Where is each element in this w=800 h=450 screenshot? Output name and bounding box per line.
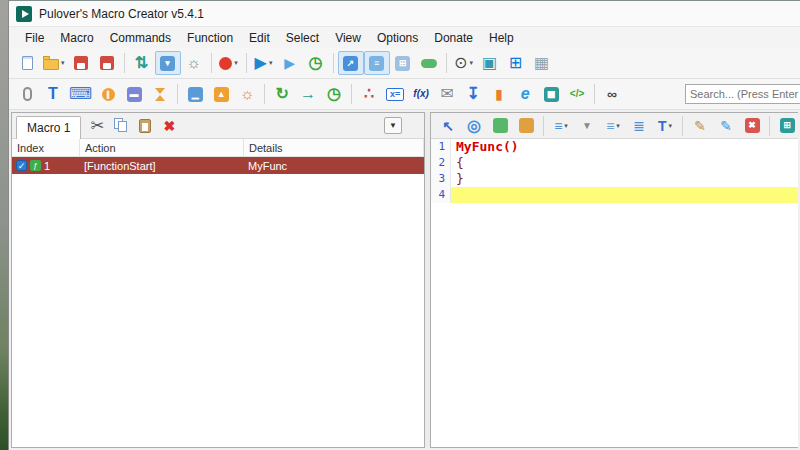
copy-row-icon[interactable]: [109, 114, 133, 138]
view-options-icon[interactable]: ≡▾: [600, 114, 626, 138]
text-command-icon[interactable]: T: [40, 82, 66, 106]
code-editor[interactable]: 1MyFunc()2{3}4: [431, 139, 798, 447]
dropdown-arrow-icon[interactable]: ▾: [616, 122, 620, 130]
toolbar-separator: [124, 53, 125, 73]
dropdown-arrow-icon[interactable]: ▾: [234, 59, 238, 67]
window-spy-icon[interactable]: ⊞: [390, 51, 416, 75]
tab-macro-1[interactable]: Macro 1: [16, 116, 81, 140]
play-timer-button[interactable]: ◷: [303, 51, 329, 75]
line-options-icon[interactable]: ≡▾: [548, 114, 574, 138]
loop-command-icon[interactable]: ↻: [269, 82, 295, 106]
editor-line[interactable]: 1MyFunc(): [431, 139, 798, 155]
icon-shape: ☼: [186, 55, 201, 71]
open-file-icon[interactable]: ▾: [40, 51, 68, 75]
line-number: 3: [431, 171, 451, 187]
search-input[interactable]: [685, 84, 800, 104]
cursor-mode-icon[interactable]: ↖: [435, 114, 461, 138]
export-code-icon[interactable]: ⊞: [774, 114, 798, 138]
variable-command-icon[interactable]: x=: [382, 82, 408, 106]
menu-commands[interactable]: Commands: [102, 28, 179, 48]
icon-shape: ▲: [214, 87, 229, 102]
preferences-gear-icon[interactable]: ☼: [181, 51, 207, 75]
toolbar-separator: [446, 53, 447, 73]
tab-list-dropdown-button[interactable]: ▼: [384, 117, 402, 134]
edit-code-icon[interactable]: ✎: [687, 114, 713, 138]
mouse-command-icon[interactable]: [14, 82, 40, 106]
comment-icon[interactable]: [487, 114, 513, 138]
dropdown-arrow-icon[interactable]: ▾: [61, 59, 65, 67]
open-in-editor-icon[interactable]: ✎: [713, 114, 739, 138]
menu-macro[interactable]: Macro: [52, 28, 101, 48]
code-command-icon[interactable]: </>: [564, 82, 590, 106]
menu-options[interactable]: Options: [369, 28, 426, 48]
column-header-action[interactable]: Action: [80, 139, 244, 156]
code-text: MyFunc(): [451, 139, 798, 155]
menu-help[interactable]: Help: [481, 28, 522, 48]
email-command-icon[interactable]: ✉: [434, 82, 460, 106]
icon-shape: ≡: [606, 119, 614, 133]
resume-pill-icon[interactable]: [416, 51, 442, 75]
wait-command-icon[interactable]: [147, 82, 173, 106]
menu-file[interactable]: File: [17, 28, 52, 48]
commands-toolbar: T⌨∥▬▁▲☼↻→◷∴x=f(x)✉↧▮e▦</>∞: [9, 79, 800, 110]
remote-desktops-icon[interactable]: ▣: [477, 51, 503, 75]
font-style-icon[interactable]: T▾: [652, 114, 678, 138]
shutdown-button[interactable]: ⊙▾: [451, 51, 477, 75]
pause-command-icon[interactable]: ∥: [95, 82, 121, 106]
download-command-icon[interactable]: ↧: [460, 82, 486, 106]
goto-command-icon[interactable]: →: [295, 82, 321, 106]
play-button[interactable]: ▶▾: [251, 51, 277, 75]
function-command-icon[interactable]: f(x): [408, 82, 434, 106]
show-hide-window-icon[interactable]: ▾: [155, 51, 181, 75]
window-command-icon[interactable]: ▁: [182, 82, 208, 106]
dropdown-arrow-icon[interactable]: ▾: [469, 59, 473, 67]
menu-edit[interactable]: Edit: [241, 28, 278, 48]
macro-row[interactable]: ✓ƒ1[FunctionStart]MyFunc: [12, 157, 424, 174]
windows-logo-icon[interactable]: ⊞: [503, 51, 529, 75]
menu-select[interactable]: Select: [278, 28, 327, 48]
column-header-details[interactable]: Details: [244, 139, 424, 156]
process-command-icon[interactable]: ☼: [234, 82, 260, 106]
editor-line[interactable]: 4: [431, 187, 798, 203]
keystroke-command-icon[interactable]: ⌨: [66, 82, 95, 106]
ocr-command-icon[interactable]: ▮: [486, 82, 512, 106]
menu-donate[interactable]: Donate: [426, 28, 481, 48]
close-editor-icon[interactable]: ✖: [739, 114, 765, 138]
title-bar[interactable]: Pulover's Macro Creator v5.4.1: [9, 1, 800, 27]
icon-shape: ▶: [255, 55, 267, 71]
line-numbers-icon[interactable]: ≣: [626, 114, 652, 138]
save-icon[interactable]: [68, 51, 94, 75]
icon-shape: ☼: [240, 86, 255, 102]
paste-row-icon[interactable]: [133, 114, 157, 138]
play-selected-button[interactable]: ▶: [277, 51, 303, 75]
save-as-icon[interactable]: [94, 51, 120, 75]
menu-function[interactable]: Function: [179, 28, 241, 48]
delete-row-icon[interactable]: ✖: [157, 114, 181, 138]
cut-row-icon[interactable]: ✂: [85, 114, 109, 138]
controller-icon[interactable]: ▦: [529, 51, 555, 75]
editor-line[interactable]: 3}: [431, 171, 798, 187]
window-list-icon[interactable]: ≡: [364, 51, 390, 75]
editor-line[interactable]: 2{: [431, 155, 798, 171]
message-command-icon[interactable]: ▬: [121, 82, 147, 106]
dropdown-arrow-icon[interactable]: ▾: [669, 122, 673, 130]
highlight-colors-icon[interactable]: [513, 114, 539, 138]
record-button[interactable]: ▾: [216, 51, 242, 75]
search-commands-icon[interactable]: ∞: [599, 82, 625, 106]
gui-command-icon[interactable]: ▦: [538, 82, 564, 106]
new-macro-icon[interactable]: [14, 51, 40, 75]
settimer-command-icon[interactable]: ◷: [321, 82, 347, 106]
column-header-index[interactable]: Index: [12, 139, 80, 156]
internet-command-icon[interactable]: e: [512, 82, 538, 106]
menu-view[interactable]: View: [327, 28, 369, 48]
if-else-icon[interactable]: ∴: [356, 82, 382, 106]
icon-shape: T: [658, 119, 667, 133]
target-window-icon[interactable]: ↗: [338, 51, 364, 75]
dropdown-arrow-icon[interactable]: ▾: [564, 122, 568, 130]
clear-filter-icon[interactable]: ▼: [574, 114, 600, 138]
dropdown-arrow-icon[interactable]: ▾: [269, 59, 273, 67]
zoom-icon[interactable]: ◎: [461, 114, 487, 138]
row-enabled-checkbox[interactable]: ✓: [16, 160, 27, 171]
image-search-icon[interactable]: ▲: [208, 82, 234, 106]
import-export-icon[interactable]: ⇅: [129, 51, 155, 75]
